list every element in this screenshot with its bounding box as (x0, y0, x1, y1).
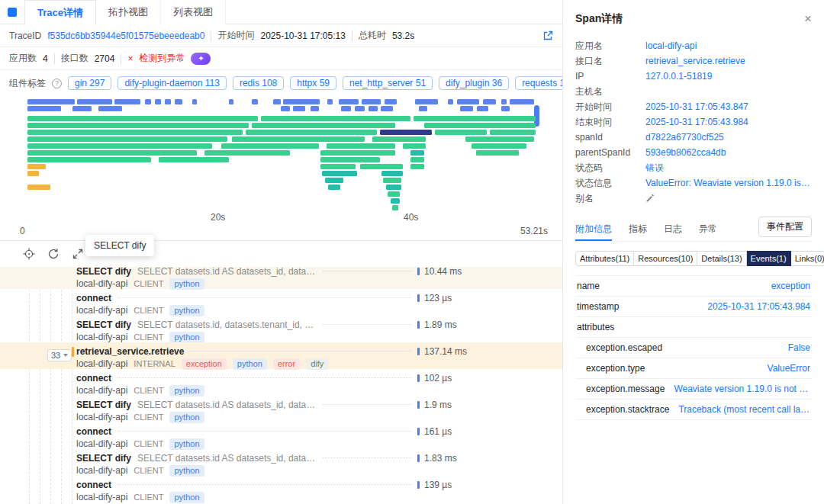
flame-span-bar[interactable] (27, 150, 197, 156)
flame-span-bar[interactable] (501, 99, 507, 104)
flame-span-bar[interactable] (273, 99, 281, 104)
anomaly-detected-text[interactable]: 检测到异常 (139, 52, 185, 65)
span-row[interactable]: connect161 µslocal-dify-apiCLIENTpython (0, 422, 562, 449)
flame-span-bar[interactable] (229, 99, 233, 104)
field-value[interactable]: 错误 (645, 162, 664, 175)
flame-span-bar[interactable] (27, 116, 258, 121)
field-value[interactable]: retrieval_service.retrieve (645, 56, 745, 66)
segment-tab[interactable]: Attributes(11) (575, 251, 634, 266)
flame-span-bar[interactable] (410, 150, 424, 156)
flame-span-bar[interactable] (360, 164, 403, 169)
flame-span-bar[interactable] (472, 143, 526, 149)
flame-span-bar[interactable] (204, 150, 290, 156)
flame-span-bar[interactable] (483, 99, 496, 104)
flame-span-bar[interactable] (246, 130, 377, 135)
close-icon[interactable]: × (804, 14, 812, 24)
flame-span-bar[interactable] (261, 116, 410, 121)
flame-span-bar[interactable] (476, 150, 519, 156)
field-value[interactable]: d7822a67730cf525 (645, 132, 724, 143)
flame-span-bar[interactable] (385, 99, 397, 104)
event-attr-value[interactable]: Weaviate version 1.19.0 is not sup... (674, 384, 810, 394)
flame-span-bar[interactable] (328, 185, 340, 190)
span-row[interactable]: SELECT difySELECT datasets.id AS dataset… (0, 267, 562, 289)
flame-span-bar[interactable] (381, 106, 393, 111)
panel-tab[interactable]: 附加信息 (575, 218, 612, 241)
panel-tab[interactable]: 指标 (629, 218, 647, 241)
event-attr-value[interactable]: False (788, 342, 810, 353)
flame-span-bar[interactable] (381, 171, 403, 176)
flame-span-bar[interactable] (383, 178, 401, 183)
flame-span-bar[interactable] (327, 143, 395, 149)
view-tab[interactable]: Trace详情 (24, 0, 96, 25)
flame-span-bar[interactable] (380, 130, 432, 135)
flame-span-bar[interactable] (27, 143, 212, 149)
field-value[interactable]: 2025-10-31 17:05:43.984 (645, 117, 748, 127)
flame-span-bar[interactable] (460, 106, 473, 111)
flame-span-bar[interactable] (27, 123, 249, 128)
flame-span-bar[interactable] (327, 99, 333, 104)
flame-span-bar[interactable] (27, 157, 151, 162)
flame-span-bar[interactable] (369, 106, 378, 111)
info-icon[interactable]: ? (52, 79, 62, 88)
flame-span-bar[interactable] (372, 136, 426, 142)
flame-span-bar[interactable] (339, 99, 359, 104)
flame-span-bar[interactable] (27, 130, 243, 135)
flame-span-bar[interactable] (403, 143, 426, 149)
flame-span-bar[interactable] (322, 171, 357, 176)
refresh-icon[interactable] (47, 248, 60, 260)
flame-span-bar[interactable] (27, 164, 46, 169)
component-tag[interactable]: httpx 59 (290, 76, 336, 90)
flame-span-bar[interactable] (77, 99, 112, 104)
panel-tab[interactable]: 异常 (699, 218, 717, 241)
flame-span-bar[interactable] (27, 185, 50, 190)
flame-span-bar[interactable] (27, 106, 61, 111)
ai-analysis-badge[interactable]: ✦ (191, 53, 211, 65)
flame-span-bar[interactable] (252, 99, 258, 104)
flame-span-bar[interactable] (386, 185, 401, 190)
flame-span-bar[interactable] (232, 136, 365, 142)
flame-span-bar[interactable] (341, 106, 351, 111)
flame-span-bar[interactable] (391, 198, 400, 204)
flame-span-bar[interactable] (490, 130, 536, 135)
view-tab[interactable]: 列表视图 (161, 0, 226, 24)
panel-tab[interactable]: 日志 (664, 218, 682, 241)
event-attr-value[interactable]: exception (771, 281, 810, 291)
event-config-button[interactable]: 事件配置 (758, 217, 812, 237)
component-tag[interactable]: gin 297 (68, 76, 111, 90)
flame-span-bar[interactable] (252, 123, 395, 128)
flame-span-bar[interactable] (311, 106, 319, 111)
flame-span-bar[interactable] (414, 116, 536, 121)
segment-tab[interactable]: Links(0) (791, 251, 824, 266)
flame-span-bar[interactable] (415, 99, 438, 104)
flame-span-bar[interactable] (424, 123, 536, 128)
event-attr-value[interactable]: ValueError (768, 363, 810, 374)
component-tag[interactable]: dify_plugin 36 (439, 76, 509, 90)
flame-span-bar[interactable] (501, 106, 510, 111)
flame-span-bar[interactable] (320, 150, 395, 156)
flame-span-bar[interactable] (72, 106, 92, 111)
field-value[interactable]: 2025-10-31 17:05:43.847 (645, 101, 748, 112)
span-row[interactable]: SELECT difySELECT datasets.id AS dataset… (0, 449, 562, 476)
view-tab[interactable]: 拓扑视图 (96, 0, 161, 24)
flame-span-bar[interactable] (114, 99, 140, 104)
flame-span-bar[interactable] (27, 99, 75, 104)
flame-span-bar[interactable] (388, 191, 400, 197)
span-row[interactable]: SELECT difySELECT datasets.id AS dataset… (0, 396, 562, 422)
span-row[interactable]: connect102 µslocal-dify-apiCLIENTpython (0, 369, 562, 396)
span-row[interactable]: connect139 µslocal-dify-apiCLIENTpython (0, 476, 562, 502)
flame-span-bar[interactable] (27, 171, 39, 176)
flame-span-bar[interactable] (221, 143, 319, 149)
flame-span-bar[interactable] (448, 99, 453, 104)
flame-span-bar[interactable] (510, 99, 534, 104)
field-value[interactable]: 127.0.0.1-51819 (645, 71, 712, 82)
field-value[interactable]: ValueError: Weaviate version 1.19.0 is n… (645, 178, 812, 188)
flame-span-bar[interactable] (320, 164, 356, 169)
flame-span-bar[interactable] (165, 99, 171, 104)
external-link-icon[interactable] (542, 30, 553, 41)
field-value[interactable]: local-dify-api (645, 40, 697, 51)
flame-span-bar[interactable] (410, 157, 424, 162)
flame-span-bar[interactable] (419, 106, 427, 111)
flame-span-bar[interactable] (98, 106, 122, 111)
flame-span-bar[interactable] (410, 164, 424, 169)
flame-span-bar[interactable] (477, 106, 488, 111)
